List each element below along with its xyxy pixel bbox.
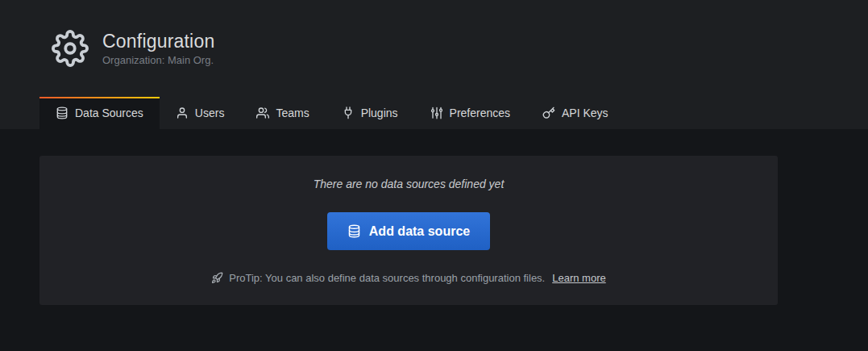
database-icon	[56, 107, 69, 119]
tab-api-keys[interactable]: API Keys	[526, 97, 625, 129]
protip-text: ProTip: You can also define data sources…	[229, 272, 545, 284]
add-data-source-button[interactable]: Add data source	[327, 212, 490, 250]
sliders-icon	[430, 107, 443, 119]
tab-label: Preferences	[450, 107, 510, 119]
tab-label: API Keys	[562, 107, 608, 119]
tab-label: Users	[195, 107, 225, 119]
tab-plugins[interactable]: Plugins	[326, 97, 414, 129]
rocket-icon	[211, 272, 223, 284]
tab-label: Plugins	[361, 107, 398, 119]
active-tab-indicator	[39, 97, 160, 98]
tab-label: Teams	[276, 107, 309, 119]
tab-label: Data Sources	[75, 107, 143, 119]
tab-preferences[interactable]: Preferences	[414, 97, 526, 129]
page-titles: Configuration Organization: Main Org.	[102, 31, 214, 66]
learn-more-link[interactable]: Learn more	[552, 272, 605, 284]
user-icon	[176, 107, 189, 119]
tab-users[interactable]: Users	[160, 97, 241, 129]
plug-icon	[342, 107, 355, 119]
database-icon	[347, 224, 361, 238]
config-tabs: Data Sources Users	[39, 97, 868, 129]
key-icon	[542, 107, 555, 119]
data-sources-empty-panel: There are no data sources defined yet Ad…	[39, 156, 778, 305]
page-subtitle: Organization: Main Org.	[102, 54, 214, 66]
page-content: There are no data sources defined yet Ad…	[0, 129, 868, 305]
tab-teams[interactable]: Teams	[240, 97, 325, 129]
configuration-page: Configuration Organization: Main Org. Da…	[0, 0, 868, 305]
add-data-source-button-label: Add data source	[369, 224, 470, 239]
page-title: Configuration	[102, 31, 214, 52]
protip: ProTip: You can also define data sources…	[211, 272, 605, 284]
users-icon	[256, 107, 269, 119]
gear-icon	[52, 30, 89, 67]
page-header: Configuration Organization: Main Org. Da…	[0, 0, 868, 129]
empty-state-message: There are no data sources defined yet	[314, 178, 505, 190]
tab-data-sources[interactable]: Data Sources	[39, 97, 160, 129]
page-header-title-group: Configuration Organization: Main Org.	[52, 29, 868, 68]
